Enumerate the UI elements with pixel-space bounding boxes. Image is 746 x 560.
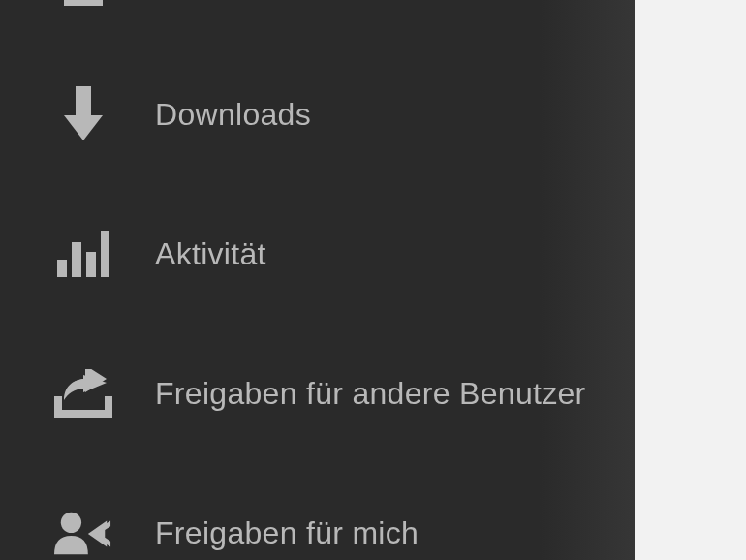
sidebar-item-label: Downloads: [155, 97, 311, 133]
partial-top-icon: [54, 0, 112, 10]
svg-rect-4: [72, 242, 81, 277]
sidebar-item-downloads[interactable]: Downloads: [0, 45, 635, 184]
svg-rect-0: [64, 0, 103, 6]
sidebar-item-label: Aktivität: [155, 236, 266, 272]
svg-point-8: [61, 513, 81, 533]
svg-rect-6: [101, 231, 109, 277]
content-panel: [635, 0, 746, 560]
bar-chart-icon: [54, 225, 112, 283]
sidebar-item-activity[interactable]: Aktivität: [0, 184, 635, 324]
sidebar-item-shared-by-me[interactable]: Freigaben für andere Benutzer: [0, 324, 635, 463]
svg-marker-2: [64, 115, 103, 140]
sidebar-item-partial[interactable]: [0, 0, 635, 45]
svg-rect-3: [57, 260, 67, 277]
svg-rect-5: [86, 252, 96, 277]
download-arrow-icon: [54, 85, 112, 143]
svg-rect-1: [76, 86, 91, 117]
shared-with-me-icon: [54, 504, 112, 560]
share-out-icon: [54, 364, 112, 422]
nav-list: Downloads Aktivität: [0, 0, 635, 560]
sidebar-item-shared-with-me[interactable]: Freigaben für mich: [0, 463, 635, 560]
sidebar-item-label: Freigaben für mich: [155, 515, 419, 551]
sidebar: Downloads Aktivität: [0, 0, 635, 560]
sidebar-item-label: Freigaben für andere Benutzer: [155, 376, 586, 412]
